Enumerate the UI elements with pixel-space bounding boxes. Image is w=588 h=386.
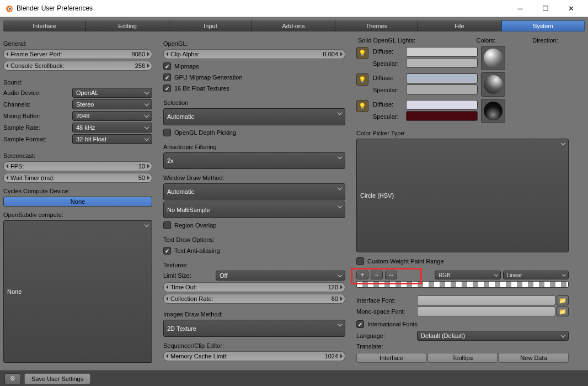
region-overlap-checkbox[interactable] xyxy=(163,221,171,229)
weight-add-button[interactable]: + xyxy=(356,271,368,279)
weight-move-button[interactable]: ↔ xyxy=(385,271,397,279)
specular-label: Specular: xyxy=(373,60,406,69)
light-row-2: 💡 Diffuse:Specular: xyxy=(356,99,569,122)
frame-server-port[interactable]: Frame Server Port:8080 xyxy=(3,49,152,59)
mipmaps-checkbox[interactable] xyxy=(163,62,171,70)
diffuse-swatch-1[interactable] xyxy=(406,73,478,83)
specular-swatch-2[interactable] xyxy=(406,111,478,121)
sample-rate-label: Sample Rate: xyxy=(3,124,72,131)
weight-remove-button[interactable]: − xyxy=(371,271,383,279)
light-row-1: 💡 Diffuse:Specular: xyxy=(356,72,569,96)
window-controls: ─ ☐ ✕ xyxy=(507,0,584,17)
cycles-device-button[interactable]: None xyxy=(3,197,152,207)
tab-file[interactable]: File xyxy=(418,20,501,31)
bulb-icon: 💡 xyxy=(359,103,366,110)
channels-select[interactable]: Stereo xyxy=(72,99,152,109)
translate-tooltips-button[interactable]: Tooltips xyxy=(427,353,498,363)
light-toggle-2[interactable]: 💡 xyxy=(356,100,368,112)
weight-linear-select[interactable]: Linear xyxy=(503,271,569,279)
tab-editing[interactable]: Editing xyxy=(86,20,169,31)
maximize-button[interactable]: ☐ xyxy=(533,0,558,17)
sample-format-select[interactable]: 32-bit Float xyxy=(72,134,152,144)
light-row-0: 💡 Diffuse:Specular: xyxy=(356,46,569,69)
specular-swatch-1[interactable] xyxy=(406,84,478,94)
tab-themes[interactable]: Themes xyxy=(335,20,418,31)
limit-size-select[interactable]: Off xyxy=(216,271,345,281)
solid-lights-heading: Solid OpenGL Lights: xyxy=(356,37,417,44)
direction-sphere-0[interactable] xyxy=(481,46,505,70)
wrench-icon: ⚙ xyxy=(10,375,15,382)
tab-system[interactable]: System xyxy=(501,20,585,31)
gpu-mipmap-checkbox[interactable] xyxy=(163,73,171,81)
mono-font-browse[interactable]: 📁 xyxy=(557,306,569,316)
float16-checkbox[interactable] xyxy=(163,84,171,92)
close-button[interactable]: ✕ xyxy=(558,0,584,17)
weight-rgb-select[interactable]: RGB xyxy=(435,271,501,279)
mipmaps-label: Mipmaps xyxy=(174,63,199,70)
window-draw-select[interactable]: Automatic xyxy=(163,183,345,200)
tab-input[interactable]: Input xyxy=(169,20,252,31)
aniso-heading: Anisotropic Filtering xyxy=(163,144,345,150)
light-toggle-0[interactable]: 💡 xyxy=(356,47,368,59)
specular-swatch-0[interactable] xyxy=(406,58,478,68)
translate-heading: Translate: xyxy=(356,343,569,350)
float16-label: 16 Bit Float Textures xyxy=(174,85,229,92)
depth-pick-checkbox[interactable] xyxy=(163,129,171,136)
wait-timer-field[interactable]: Wait Timer (ms):50 xyxy=(3,173,152,183)
custom-weight-checkbox[interactable] xyxy=(356,257,364,265)
blender-icon xyxy=(4,4,13,13)
tab-addons[interactable]: Add-ons xyxy=(252,20,335,31)
audio-device-select[interactable]: OpenAL xyxy=(72,88,152,98)
translate-interface-button[interactable]: Interface xyxy=(356,353,426,363)
selection-select[interactable]: Automatic xyxy=(163,108,345,125)
diffuse-label: Diffuse: xyxy=(373,75,406,83)
interface-font-input[interactable] xyxy=(417,295,555,305)
aniso-select[interactable]: 2x xyxy=(163,152,345,170)
interface-font-browse[interactable]: 📁 xyxy=(557,295,569,305)
save-settings-button[interactable]: Save User Settings xyxy=(24,373,90,384)
clip-alpha-field[interactable]: Clip Alpha:0.004 xyxy=(163,49,345,59)
diffuse-swatch-2[interactable] xyxy=(406,100,478,110)
intl-fonts-checkbox[interactable] xyxy=(356,320,364,328)
editor-type-button[interactable]: ⚙ xyxy=(4,373,21,384)
intl-fonts-label: International Fonts xyxy=(367,321,418,327)
diffuse-label: Diffuse: xyxy=(373,48,406,57)
fps-field[interactable]: FPS:10 xyxy=(3,161,152,171)
opensubdiv-select[interactable]: None xyxy=(3,220,152,363)
folder-icon: 📁 xyxy=(559,297,566,304)
prefs-tabs: Interface Editing Input Add-ons Themes F… xyxy=(3,20,585,31)
collection-field[interactable]: Collection Rate:60 xyxy=(163,294,345,304)
sample-rate-select[interactable]: 48 kHz xyxy=(72,123,152,133)
minimize-button[interactable]: ─ xyxy=(507,0,533,17)
footer: ⚙ Save User Settings xyxy=(0,371,588,386)
interface-font-label: Interface Font: xyxy=(356,297,417,304)
sequencer-heading: Sequencer/Clip Editor: xyxy=(163,342,345,349)
mixing-buffer-select[interactable]: 2048 xyxy=(72,111,152,121)
color-picker-select[interactable]: Circle (HSV) xyxy=(356,139,569,252)
audio-device-label: Audio Device: xyxy=(3,89,72,96)
text-aa-checkbox[interactable] xyxy=(163,247,171,255)
images-draw-select[interactable]: 2D Texture xyxy=(163,320,345,337)
translate-newdata-button[interactable]: New Data xyxy=(499,353,569,363)
mono-font-label: Mono-space Font: xyxy=(356,308,417,315)
specular-label: Specular: xyxy=(373,113,406,122)
window-title: Blender User Preferences xyxy=(17,4,507,12)
direction-sphere-2[interactable] xyxy=(481,99,505,123)
colors-label: Colors: xyxy=(450,37,522,44)
tab-interface[interactable]: Interface xyxy=(3,20,86,31)
direction-label: Direction: xyxy=(522,37,569,44)
language-select[interactable]: Default (Default) xyxy=(417,331,569,341)
direction-sphere-1[interactable] xyxy=(481,72,505,97)
sample-format-label: Sample Format: xyxy=(3,136,72,142)
multisample-select[interactable]: No MultiSample xyxy=(163,202,345,219)
diffuse-swatch-0[interactable] xyxy=(406,47,478,57)
timeout-field[interactable]: Time Out:120 xyxy=(163,282,345,292)
general-heading: General: xyxy=(3,40,152,47)
custom-weight-label: Custom Weight Paint Range xyxy=(367,258,444,265)
region-overlap-label: Region Overlap xyxy=(174,222,216,229)
mem-cache-field[interactable]: Memory Cache Limit:1024 xyxy=(163,351,345,361)
light-toggle-1[interactable]: 💡 xyxy=(356,73,368,86)
weight-color-strip[interactable] xyxy=(356,281,569,288)
mono-font-input[interactable] xyxy=(417,306,555,316)
console-scrollback[interactable]: Console Scrollback:256 xyxy=(3,61,152,71)
